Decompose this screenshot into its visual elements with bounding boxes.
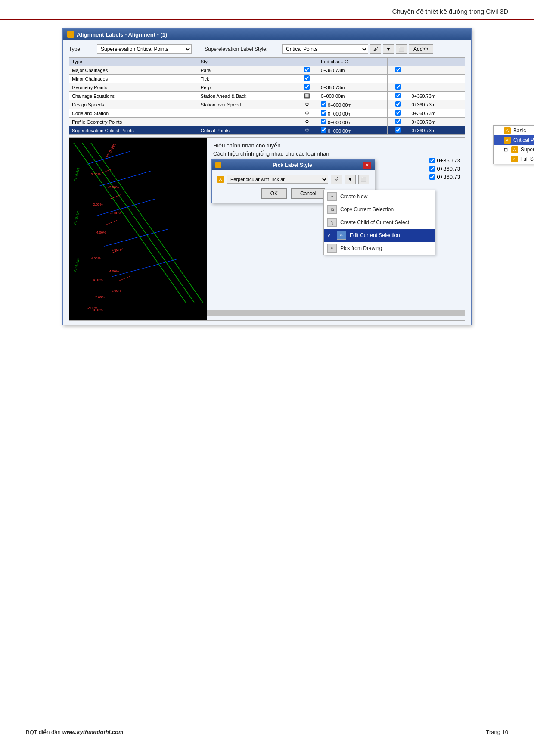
row-check-7[interactable] <box>321 119 326 124</box>
pick-ok-button[interactable]: OK <box>261 188 287 199</box>
context-create-child[interactable]: ⤵ Create Child of Current Select <box>324 216 435 229</box>
svg-text:-4.00%: -4.00% <box>95 231 106 234</box>
table-row-critical: Superelevation Critical Points Critical … <box>69 126 465 135</box>
right-check-1[interactable] <box>429 158 435 163</box>
dialog-titlebar: Alignment Labels - Alignment - (1) <box>63 29 471 40</box>
add-button[interactable]: Add>> <box>409 44 433 54</box>
footer-left: BQT diễn đàn www.kythuatdothi.com <box>26 729 124 735</box>
context-copy-current[interactable]: ⧉ Copy Current Selection <box>324 203 435 216</box>
table-row: Major Chainages Para 0+360.73m <box>69 66 465 75</box>
context-create-new[interactable]: ✦ Create New <box>324 190 435 203</box>
svg-text:-2.00%: -2.00% <box>110 289 121 293</box>
row-check-3[interactable] <box>304 84 310 90</box>
check-icon: 🔲 <box>304 93 310 98</box>
context-edit-current[interactable]: ✓ ✏ Edit Current Selection <box>324 229 435 242</box>
context-menu: ✦ Create New ⧉ Copy Current Selection ⤵ … <box>323 190 435 255</box>
style-icon-btn-2[interactable]: ▼ <box>383 44 394 54</box>
svg-text:-4.00%: -4.00% <box>108 269 119 273</box>
context-pick-drawing[interactable]: ⌖ Pick from Drawing <box>324 242 435 255</box>
dropdown-basic[interactable]: A Basic <box>494 126 534 135</box>
style-label: Superelevation Label Style: <box>205 46 273 52</box>
col-check2 <box>388 58 409 66</box>
alignment-labels-dialog: Alignment Labels - Alignment - (1) Type:… <box>62 28 472 325</box>
dropdown-superelevation-symbols[interactable]: ⊞ A Superelevation Symbols <box>494 145 534 154</box>
style-browse-btn[interactable]: ⬜ <box>396 44 407 54</box>
style-icon-btn-1[interactable]: 🖊 <box>370 44 381 54</box>
dropdown-critical-points[interactable]: A Critical Points <box>494 135 534 145</box>
pick-dialog-title: Pick Label Style <box>273 162 312 168</box>
row-check-4b[interactable] <box>395 93 401 98</box>
svg-text:-2.00%: -2.00% <box>87 306 97 310</box>
pick-cancel-button[interactable]: Cancel <box>291 188 325 199</box>
type-select[interactable]: Superelevation Critical Points <box>97 44 192 54</box>
table-row: Chainage Equations Station Ahead & Back … <box>69 92 465 100</box>
pick-style-icon: A <box>217 176 224 183</box>
type-label: Type: <box>69 46 88 52</box>
pick-browse-btn[interactable]: ⬜ <box>358 175 369 184</box>
profile-icon: ⚙ <box>305 119 309 124</box>
right-check-3[interactable] <box>429 174 435 180</box>
child-icon: ⤵ <box>327 218 337 227</box>
style-dropdown-menu[interactable]: A Basic A Critical Points ⊞ A Supereleva… <box>493 125 534 164</box>
row-check-8b[interactable] <box>395 127 401 133</box>
copy-icon: ⧉ <box>327 205 337 214</box>
dialog-icon <box>67 31 74 38</box>
footer-left-text: BQT diễn đàn <box>26 729 61 735</box>
superelevation-icon: A <box>511 146 518 153</box>
pick-icon-btn-1[interactable]: 🖊 <box>331 175 342 184</box>
scrollbar[interactable] <box>207 310 465 316</box>
pick-style-select[interactable]: Perpendicular with Tick ar <box>227 175 328 184</box>
row-check-2[interactable] <box>304 75 310 81</box>
svg-text:0.00%: 0.00% <box>91 172 101 176</box>
pick-titlebar: Pick Label Style ✕ <box>212 160 375 170</box>
row-check-3b[interactable] <box>395 84 401 90</box>
footer-website: www.kythuatdothi.com <box>62 729 124 735</box>
row-check-5[interactable] <box>321 101 326 107</box>
svg-text:-2.00%: -2.00% <box>110 248 121 252</box>
pick-dialog-icon <box>215 162 221 168</box>
col-end-chain: End chai... G <box>318 58 388 66</box>
svg-text:-2.00%: -2.00% <box>108 185 119 189</box>
full-symbols-icon: A <box>511 156 518 162</box>
design-icon: ⚙ <box>305 102 309 107</box>
row-check-6b[interactable] <box>395 110 401 116</box>
svg-text:4.00%: 4.00% <box>93 278 103 282</box>
dialog-title: Alignment Labels - Alignment - (1) <box>77 31 167 38</box>
pick-icon-btn-2[interactable]: ▼ <box>345 175 356 184</box>
table-row: Geometry Points Perp 0+360.73m <box>69 83 465 92</box>
table-row: Design Speeds Station over Speed ⚙ 0+000… <box>69 100 465 109</box>
page-footer: BQT diễn đàn www.kythuatdothi.com Trang … <box>0 725 534 739</box>
row-check-7b[interactable] <box>395 119 401 124</box>
drawing-panel: ST: 0+282 0.00% -2.00% 2.00% -2.00% -4.0… <box>69 138 207 320</box>
alignment-table: Type Styl End chai... G Major Chainages … <box>69 57 465 135</box>
row-check-1[interactable] <box>304 67 310 72</box>
edit-icon: ✏ <box>337 231 346 240</box>
right-check-row-1: 0+360.73 <box>429 157 460 164</box>
edit-label: Edit Current Selection <box>350 232 400 238</box>
row-check-8[interactable] <box>321 127 326 133</box>
copy-label: Copy Current Selection <box>340 206 394 212</box>
hint-line2: Cách hiệu chỉnh giống nhau cho các loại … <box>213 150 459 157</box>
row-check-5b[interactable] <box>395 101 401 107</box>
header-title: Chuyên đề thiết kế đường trong Civil 3D <box>392 8 508 15</box>
super-icon: ⚙ <box>305 128 309 133</box>
right-check-row-2: 0+360.73 <box>429 166 460 172</box>
table-row: Profile Geometry Points ⚙ 0+000.00m 0+36… <box>69 118 465 126</box>
right-panel: Hiệu chỉnh nhãn cho tuyến Cách hiệu chỉn… <box>207 138 465 320</box>
style-select[interactable]: Critical Points <box>282 44 368 54</box>
row-check-6[interactable] <box>321 110 326 116</box>
col-end2 <box>409 58 465 66</box>
svg-text:2.00%: 2.00% <box>95 295 105 299</box>
right-check-2[interactable] <box>429 166 435 172</box>
critical-icon: A <box>504 137 511 144</box>
col-type: Type <box>69 58 198 66</box>
style-select-container: Critical Points A Basic A Critical Point… <box>282 44 465 54</box>
pick-close-button[interactable]: ✕ <box>363 162 371 169</box>
table-row: Minor Chainages Tick <box>69 75 465 83</box>
dialog-body: Type: Superelevation Critical Points Sup… <box>63 40 471 325</box>
lower-section: ST: 0+282 0.00% -2.00% 2.00% -2.00% -4.0… <box>69 137 465 321</box>
row-check-1b[interactable] <box>395 67 401 72</box>
dropdown-full-symbols[interactable]: A Full Superelevation Symbols <box>494 154 534 164</box>
type-row: Type: Superelevation Critical Points Sup… <box>69 44 465 54</box>
hint-line1: Hiệu chỉnh nhãn cho tuyến <box>213 142 459 149</box>
